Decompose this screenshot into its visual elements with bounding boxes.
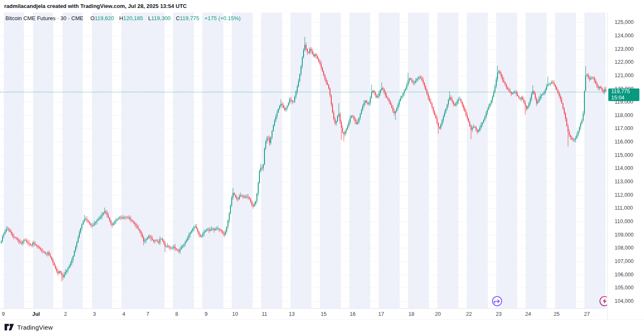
close-label: C xyxy=(176,15,180,21)
close-value: 119,775 xyxy=(180,15,199,21)
tradingview-logo-text[interactable]: TradingView xyxy=(17,324,53,331)
x-tick-label: 3 xyxy=(93,309,96,320)
y-tick-label: 106,000 xyxy=(615,271,634,278)
x-tick-label: 13 xyxy=(289,309,295,320)
arrow-right-circle-icon[interactable] xyxy=(491,295,503,307)
y-tick-label: 107,000 xyxy=(615,258,634,265)
last-price-line xyxy=(0,92,607,92)
y-tick-label: 104,000 xyxy=(615,298,634,304)
badge-price: 119,775 xyxy=(611,88,639,95)
y-tick-label: 114,000 xyxy=(615,165,633,172)
price-axis[interactable]: 104,000105,000106,000107,000108,000109,0… xyxy=(607,13,644,320)
x-tick-label: 24 xyxy=(525,309,531,320)
y-tick-label: 112,000 xyxy=(615,192,633,198)
y-tick-label: 118,000 xyxy=(615,112,633,119)
x-tick-label: 18 xyxy=(408,309,414,320)
y-tick-label: 122,000 xyxy=(615,59,634,65)
x-tick-label: 16 xyxy=(350,309,356,320)
x-tick-label: 23 xyxy=(496,309,502,320)
lightning-circle-icon[interactable] xyxy=(599,295,607,307)
badge-countdown: 15:04 xyxy=(611,95,639,101)
x-tick-label: 22 xyxy=(466,309,472,320)
y-tick-label: 113,000 xyxy=(615,178,633,185)
open-label: O xyxy=(90,15,94,21)
x-tick-label: 25 xyxy=(554,309,560,320)
x-tick-label: 15 xyxy=(321,309,327,320)
change-value: +175 (+0.15%) xyxy=(204,15,241,21)
x-tick-label: 10 xyxy=(232,309,238,320)
open-value: 119,620 xyxy=(94,15,114,21)
x-tick-label: 4 xyxy=(123,309,126,320)
x-tick-label: 9 xyxy=(2,309,5,320)
high-value: 120,185 xyxy=(123,15,143,21)
x-tick-label: 11 xyxy=(262,309,267,320)
y-tick-label: 117,000 xyxy=(615,125,633,132)
y-tick-label: 105,000 xyxy=(615,284,634,291)
bottom-separator xyxy=(0,320,644,320)
x-tick-label: 2 xyxy=(64,309,67,320)
candlestick-layer xyxy=(0,13,607,308)
pane-bottom-border xyxy=(0,308,607,309)
y-tick-label: 125,000 xyxy=(615,19,634,26)
tradingview-logo-icon[interactable] xyxy=(4,323,14,332)
x-tick-label: 20 xyxy=(435,309,441,320)
x-tick-label: 17 xyxy=(378,309,384,320)
y-tick-label: 123,000 xyxy=(615,46,634,52)
attribution-text: radmilacandjela created with TradingView… xyxy=(4,3,187,9)
y-tick-label: 116,000 xyxy=(615,138,633,145)
x-tick-label: Jul xyxy=(32,309,40,320)
y-tick-label: 109,000 xyxy=(615,232,634,238)
x-tick-label: 7 xyxy=(147,309,149,320)
symbol-title[interactable]: Bitcoin CME Futures · 30 · CME xyxy=(5,15,84,21)
time-axis[interactable]: 9Jul23478910111315161718202223242527 xyxy=(0,308,607,320)
y-tick-label: 110,000 xyxy=(615,218,633,225)
x-tick-label: 8 xyxy=(175,309,178,320)
y-tick-label: 121,000 xyxy=(615,72,634,79)
chart-pane[interactable]: Bitcoin CME Futures · 30 · CME O119,620 … xyxy=(0,13,607,308)
low-value: 119,300 xyxy=(151,15,170,21)
footer: TradingView xyxy=(4,321,53,333)
y-tick-label: 124,000 xyxy=(615,32,634,39)
symbol-legend[interactable]: Bitcoin CME Futures · 30 · CME O119,620 … xyxy=(5,15,241,21)
y-tick-label: 111,000 xyxy=(615,205,633,211)
y-tick-label: 115,000 xyxy=(615,152,633,159)
y-tick-label: 108,000 xyxy=(615,245,634,251)
x-tick-label: 27 xyxy=(584,309,590,320)
x-tick-label: 9 xyxy=(205,309,208,320)
last-price-badge: 119,775 15:04 xyxy=(608,88,639,101)
tradingview-chart-screenshot: radmilacandjela created with TradingView… xyxy=(0,0,644,333)
attribution-bar: radmilacandjela created with TradingView… xyxy=(0,0,644,13)
